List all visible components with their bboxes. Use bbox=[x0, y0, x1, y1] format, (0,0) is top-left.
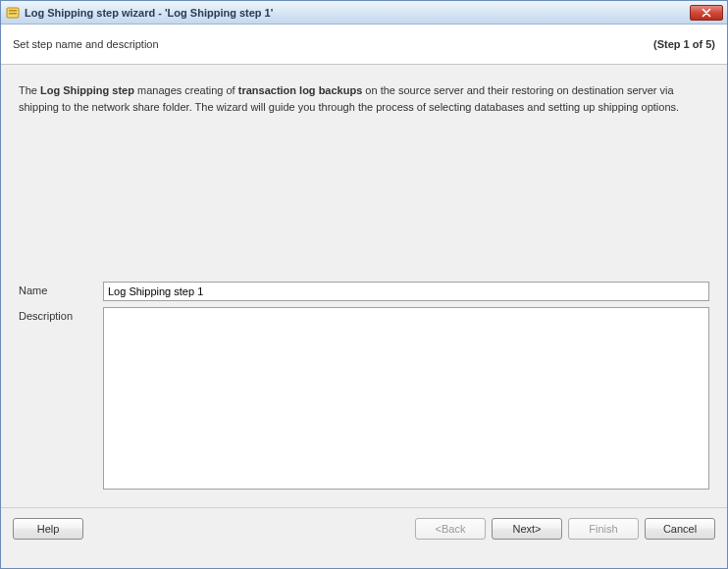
button-bar: Help <Back Next> Finish Cancel bbox=[1, 507, 727, 549]
description-row: Description bbox=[19, 307, 709, 491]
wizard-window: Log Shipping step wizard - 'Log Shipping… bbox=[0, 0, 728, 569]
name-input[interactable] bbox=[103, 282, 709, 301]
titlebar: Log Shipping step wizard - 'Log Shipping… bbox=[1, 1, 727, 25]
description-input[interactable] bbox=[103, 307, 709, 490]
name-row: Name bbox=[19, 282, 709, 301]
step-subtitle: Set step name and description bbox=[13, 38, 159, 50]
intro-text: The Log Shipping step manages creating o… bbox=[19, 82, 709, 115]
close-icon bbox=[702, 8, 711, 18]
name-label: Name bbox=[19, 282, 103, 301]
next-button[interactable]: Next> bbox=[492, 518, 562, 540]
intro-bold1: Log Shipping step bbox=[40, 84, 134, 96]
svg-rect-2 bbox=[9, 13, 17, 15]
wizard-content: The Log Shipping step manages creating o… bbox=[1, 65, 727, 568]
description-label: Description bbox=[19, 307, 103, 491]
help-button[interactable]: Help bbox=[13, 518, 83, 540]
back-button[interactable]: <Back bbox=[415, 518, 486, 540]
app-icon bbox=[5, 5, 21, 21]
intro-bold2: transaction log backups bbox=[238, 84, 363, 96]
intro-mid1: manages creating of bbox=[134, 84, 238, 96]
finish-button[interactable]: Finish bbox=[568, 518, 639, 540]
window-title: Log Shipping step wizard - 'Log Shipping… bbox=[25, 7, 690, 19]
step-indicator: (Step 1 of 5) bbox=[653, 38, 715, 50]
intro-pre: The bbox=[19, 84, 40, 96]
svg-rect-1 bbox=[9, 10, 17, 12]
cancel-button[interactable]: Cancel bbox=[645, 518, 715, 540]
wizard-header: Set step name and description (Step 1 of… bbox=[1, 25, 727, 65]
close-button[interactable] bbox=[690, 5, 723, 21]
